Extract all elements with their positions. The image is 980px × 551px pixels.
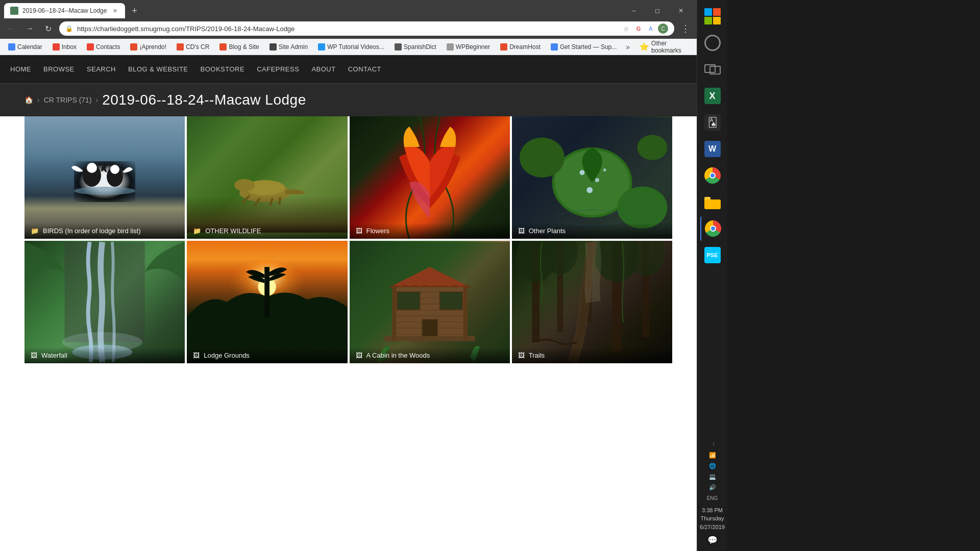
excel-button[interactable]: X: [700, 84, 725, 108]
bookmark-siteadmin[interactable]: Site Admin: [265, 41, 312, 53]
minimize-button[interactable]: –: [622, 3, 646, 18]
bookmark-inbox[interactable]: Inbox: [48, 41, 81, 53]
cards-icon: 🂡: [704, 114, 721, 131]
extension-icon[interactable]: A: [646, 23, 656, 34]
bookmark-contacts[interactable]: Contacts: [83, 41, 124, 53]
breadcrumb-sep-2: ›: [96, 96, 99, 104]
forward-button[interactable]: →: [22, 21, 37, 36]
gallery-item-plants[interactable]: 🖼 Other Plants: [512, 116, 672, 239]
gallery-item-cabin[interactable]: 🖼 A Cabin in the Woods: [350, 241, 510, 363]
gallery-bg-cabin: [350, 241, 510, 363]
gallery-item-lodge[interactable]: 🖼 Lodge Grounds: [187, 241, 347, 363]
wptutorial-bookmark-icon: [318, 43, 325, 51]
refresh-button[interactable]: ↻: [41, 21, 55, 36]
bookmark-calendar[interactable]: Calendar: [4, 41, 46, 53]
aprendo-bookmark-icon: [130, 43, 137, 51]
svg-point-4: [110, 165, 119, 174]
address-bar-row: ← → ↻ 🔒 https://charliedoggett.smugmug.c…: [0, 18, 697, 39]
notification-icon[interactable]: 💬: [707, 535, 718, 545]
dreamhost-bookmark-icon: [500, 43, 507, 51]
back-button[interactable]: ←: [4, 21, 18, 36]
battery-icon: 💻: [709, 473, 716, 480]
breadcrumb-parent[interactable]: CR TRIPS (71): [44, 96, 92, 104]
solitaire-button[interactable]: 🂡: [700, 110, 725, 135]
taskview-button[interactable]: [700, 57, 725, 82]
grammarly-icon[interactable]: G: [633, 23, 644, 34]
website-content: HOME BROWSE SEARCH BLOG & WEBSITE BOOKST…: [0, 55, 697, 551]
gallery-bg-birds: [24, 116, 185, 239]
word-button[interactable]: W: [700, 137, 725, 161]
pse-button[interactable]: PSE: [700, 243, 725, 267]
blog-bookmark-icon: [219, 43, 227, 51]
win-logo-block-3: [704, 17, 712, 24]
maximize-button[interactable]: ◻: [646, 3, 669, 18]
svg-point-0: [74, 187, 135, 195]
bookmark-wpbeginner[interactable]: WPBeginner: [443, 41, 494, 53]
other-bookmarks[interactable]: ⭐ Other bookmarks: [635, 38, 693, 56]
bookmark-aprendo[interactable]: ¡Aprendo!: [126, 41, 170, 53]
chrome-menu-button[interactable]: ⋮: [678, 21, 693, 36]
windows-logo: [704, 8, 721, 24]
inbox-bookmark-icon: [53, 43, 60, 51]
folder-icon-wildlife: 📁: [193, 227, 201, 235]
contacts-bookmark-icon: [87, 43, 94, 51]
bookmark-getstarted[interactable]: Get Started — Sup...: [547, 41, 621, 53]
photo-icon-trails: 🖼: [518, 352, 525, 359]
file-explorer-button[interactable]: [700, 190, 725, 214]
photo-icon-lodge: 🖼: [193, 352, 200, 359]
nav-cafepress[interactable]: CAFEPRESS: [257, 63, 299, 75]
gallery-item-trails[interactable]: 🖼 Trails: [512, 241, 672, 363]
bookmark-cdscr[interactable]: CD's CR: [173, 41, 213, 53]
tab-close-button[interactable]: ✕: [111, 7, 119, 15]
start-button[interactable]: [700, 4, 725, 29]
bookmarks-more[interactable]: »: [623, 41, 633, 53]
nav-browse[interactable]: BROWSE: [43, 63, 75, 75]
gallery-caption-waterfall: 🖼 Waterfall: [24, 347, 185, 363]
gallery-caption-plants: 🖼 Other Plants: [512, 223, 672, 239]
photo-icon-cabin: 🖼: [356, 352, 362, 359]
cortana-button[interactable]: [700, 31, 725, 55]
bookmark-wptutorial[interactable]: WP Tutorial Videos...: [314, 41, 388, 53]
win-logo-block-1: [704, 8, 712, 16]
active-tab[interactable]: 2019-06--18-24--Macaw Lodge ✕: [4, 3, 125, 18]
svg-point-21: [637, 135, 667, 160]
chrome-active-button[interactable]: [700, 216, 725, 241]
address-bar[interactable]: 🔒 https://charliedoggett.smugmug.com/TRI…: [59, 21, 674, 36]
bookmark-blog[interactable]: Blog & Site: [215, 41, 263, 53]
svg-rect-46: [463, 287, 467, 341]
nav-search[interactable]: SEARCH: [87, 63, 116, 75]
bookmark-dreamhost[interactable]: DreamHost: [496, 41, 545, 53]
clock-day: Thursday: [700, 514, 725, 523]
chevron-icon[interactable]: 〈: [710, 441, 715, 448]
bookmark-spanishdict[interactable]: SpanishDict: [390, 41, 440, 53]
svg-rect-45: [392, 287, 396, 341]
gallery-item-wildlife[interactable]: 📁 OTHER WILDLIFE: [187, 116, 347, 239]
svg-point-19: [519, 137, 564, 178]
chrome-button[interactable]: [700, 163, 725, 188]
nav-bookstore[interactable]: BOOKSTORE: [201, 63, 245, 75]
gallery-caption-birds: 📁 BIRDS (In order of lodge bird list): [24, 223, 185, 239]
new-tab-button[interactable]: +: [127, 4, 141, 18]
svg-point-2: [87, 163, 97, 173]
excel-icon: X: [704, 88, 721, 104]
close-button[interactable]: ✕: [669, 3, 693, 18]
clock-display[interactable]: 3:38 PM Thursday 6/27/2019: [700, 506, 725, 532]
bookmark-star-icon[interactable]: ☆: [621, 23, 631, 34]
nav-contact[interactable]: CONTACT: [348, 63, 381, 75]
url-text: https://charliedoggett.smugmug.com/TRIPS…: [77, 25, 617, 33]
chrome-icon: [704, 167, 721, 184]
cortana-icon: [704, 35, 721, 51]
breadcrumb-home[interactable]: 🏠: [24, 96, 33, 104]
language-indicator[interactable]: ENG: [707, 495, 718, 502]
tab-favicon: [10, 7, 18, 15]
gallery-item-birds[interactable]: 📁 BIRDS (In order of lodge bird list): [24, 116, 185, 239]
user-avatar[interactable]: C: [658, 23, 668, 34]
windows-taskbar: X 🂡 W P: [697, 0, 727, 551]
gallery-item-waterfall[interactable]: 🖼 Waterfall: [24, 241, 185, 363]
nav-home[interactable]: HOME: [10, 63, 31, 75]
gallery-item-flowers[interactable]: 🖼 Flowers: [350, 116, 510, 239]
nav-about[interactable]: ABOUT: [311, 63, 335, 75]
gallery-caption-wildlife: 📁 OTHER WILDLIFE: [187, 223, 347, 239]
svg-point-7: [234, 179, 255, 191]
nav-blog[interactable]: BLOG & WEBSITE: [128, 63, 188, 75]
